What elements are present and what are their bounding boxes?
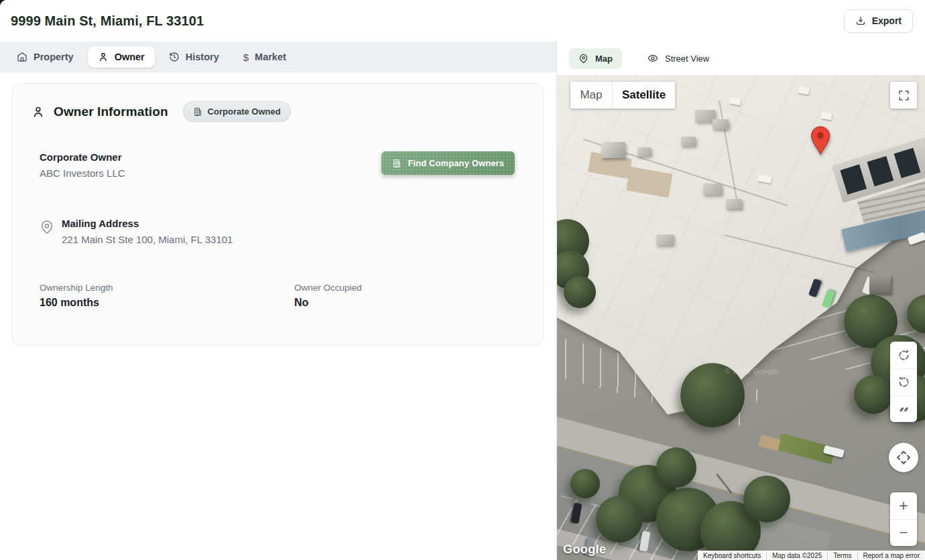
report-map-error-link[interactable]: Report a map error [857, 552, 925, 559]
map-data-label: Map data ©2025 [766, 552, 827, 559]
building-icon [193, 107, 202, 117]
mailing-address-row: Mailing Address 221 Main St Ste 100, Mia… [40, 218, 527, 245]
location-marker-icon[interactable] [810, 126, 830, 158]
map-pin-icon [40, 220, 54, 234]
rotate-ccw-icon [897, 375, 911, 389]
map-type-satellite-button[interactable]: Satellite [612, 82, 675, 109]
tab-content: Owner Information Corporate Owned [0, 72, 556, 560]
map-view-tab[interactable]: Map [569, 48, 622, 69]
rotate-clockwise-button[interactable] [890, 342, 917, 368]
mailing-address-label: Mailing Address [62, 218, 233, 229]
tab-property[interactable]: Property [7, 46, 84, 68]
corporate-owner-value: ABC Investors LLC [40, 167, 125, 179]
corporate-owned-badge: Corporate Owned [183, 101, 291, 122]
tree [564, 276, 596, 308]
plus-icon: + [899, 498, 908, 514]
building-icon [392, 159, 402, 168]
map-pin-icon [578, 54, 589, 64]
map-type-control: Map Satellite [570, 82, 675, 109]
map-panel: Map Street View [556, 42, 925, 560]
find-company-owners-label: Find Company Owners [408, 158, 504, 168]
tree [656, 447, 696, 488]
rooftop-hvac [601, 142, 625, 158]
tilt-view-button[interactable] [890, 395, 917, 422]
person-icon [32, 105, 45, 119]
fullscreen-button[interactable] [890, 82, 917, 109]
map-view-switcher: Map Street View [557, 42, 925, 75]
tab-label: Market [255, 52, 286, 62]
export-button[interactable]: Export [844, 9, 913, 33]
tilt-icon [897, 403, 910, 416]
stat-value: 160 months [40, 297, 294, 309]
zoom-out-button[interactable]: − [890, 519, 917, 546]
fullscreen-icon [898, 90, 910, 101]
export-label: Export [872, 15, 902, 26]
minus-icon: − [899, 525, 908, 541]
view-tab-label: Street View [665, 54, 709, 64]
card-header: Owner Information Corporate Owned [32, 101, 527, 122]
rooftop-hvac [726, 199, 742, 209]
rooftop-hvac [656, 234, 674, 245]
tree [596, 496, 643, 543]
stat-ownership-length: Ownership Length 160 months [40, 283, 294, 309]
download-icon [855, 15, 866, 26]
find-company-owners-button[interactable]: Find Company Owners [381, 151, 515, 175]
top-header: 9999 Main St, Miami, FL 33101 Export [0, 0, 925, 42]
rotate-cw-icon [897, 348, 911, 362]
view-tab-label: Map [595, 54, 613, 64]
tree [854, 375, 893, 414]
google-watermark: © 2025 Google [725, 367, 779, 375]
terms-link[interactable]: Terms [827, 552, 857, 559]
app-window: 9999 Main St, Miami, FL 33101 Export Pro… [0, 0, 925, 560]
home-icon [17, 52, 27, 62]
rotate-counterclockwise-button[interactable] [890, 368, 917, 395]
tab-owner[interactable]: Owner [88, 46, 155, 68]
owner-stats: Ownership Length 160 months Owner Occupi… [40, 283, 527, 309]
map-rotate-controls [890, 342, 917, 422]
zoom-control: + − [890, 492, 917, 546]
tree [570, 469, 600, 498]
corporate-owner-label: Corporate Owner [40, 151, 125, 163]
stat-label: Owner Occupied [294, 283, 362, 293]
tab-market[interactable]: $ Market [233, 46, 296, 68]
property-detail-panel: Property Owner History $ Market [0, 42, 556, 560]
eye-icon [648, 53, 658, 64]
satellite-map[interactable]: © 2025 Google © 2025 Google Map Satellit… [557, 75, 925, 560]
tab-label: Property [34, 52, 74, 62]
pan-control[interactable] [889, 443, 918, 472]
mailing-address-value: 221 Main St Ste 100, Miami, FL 33101 [62, 234, 233, 245]
keyboard-shortcuts-link[interactable]: Keyboard shortcuts [698, 552, 766, 559]
truck [869, 275, 891, 293]
property-tabbar: Property Owner History $ Market [0, 42, 556, 72]
card-title: Owner Information [54, 104, 168, 119]
history-icon [169, 52, 180, 62]
tree [743, 476, 790, 522]
map-type-map-button[interactable]: Map [570, 82, 612, 109]
stat-owner-occupied: Owner Occupied No [294, 283, 362, 309]
rooftop-hvac [713, 119, 729, 129]
street-view-tab[interactable]: Street View [638, 48, 719, 69]
page-title: 9999 Main St, Miami, FL 33101 [11, 13, 204, 29]
mailing-address-block: Mailing Address 221 Main St Ste 100, Mia… [62, 218, 233, 245]
stat-label: Ownership Length [40, 283, 294, 293]
person-icon [98, 52, 109, 62]
corporate-owner-row: Corporate Owner ABC Investors LLC Find C… [40, 151, 515, 179]
map-attribution: Keyboard shortcuts Map data ©2025 Terms … [698, 551, 925, 560]
zoom-in-button[interactable]: + [890, 492, 917, 519]
tab-label: Owner [115, 52, 145, 62]
google-watermark: © 2025 Google [624, 228, 678, 236]
pan-arrows-icon [894, 448, 913, 467]
badge-label: Corporate Owned [208, 107, 281, 117]
stat-value: No [294, 297, 362, 309]
rooftop-hvac [637, 147, 651, 156]
google-logo: Google [563, 543, 606, 557]
rooftop-hvac [703, 184, 722, 195]
tab-label: History [186, 52, 219, 62]
corporate-owner-block: Corporate Owner ABC Investors LLC [40, 151, 125, 179]
rooftop-hvac [681, 137, 696, 146]
owner-information-card: Owner Information Corporate Owned [12, 83, 544, 346]
tab-history[interactable]: History [159, 46, 229, 68]
dollar-icon: $ [243, 52, 249, 62]
